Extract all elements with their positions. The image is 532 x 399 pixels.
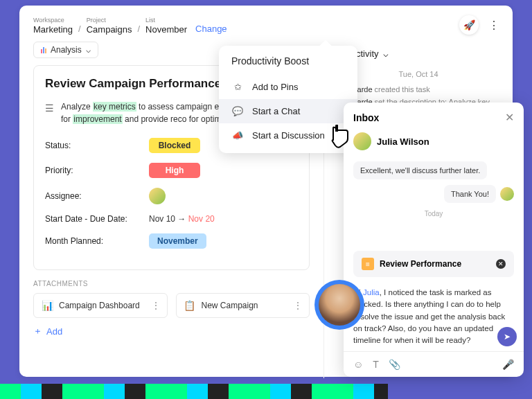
more-icon[interactable]: ⋮: [152, 301, 160, 310]
chevron-down-icon: ⌵: [383, 48, 389, 59]
chevron-down-icon: ⌵: [86, 45, 91, 55]
clipboard-icon: ≡: [362, 258, 374, 270]
assignee-avatar[interactable]: [149, 188, 166, 204]
breadcrumb-project[interactable]: Project Campaigns: [87, 17, 132, 35]
more-icon[interactable]: ⋮: [488, 19, 499, 32]
rocket-button[interactable]: 🚀: [459, 15, 479, 35]
chat-day-divider: Today: [353, 210, 514, 218]
mention: Julia: [363, 288, 380, 296]
analysis-dropdown[interactable]: Analysis ⌵: [33, 42, 98, 58]
month-field: Month Planned: November: [45, 233, 298, 249]
clipboard-icon: 📋: [184, 299, 196, 312]
bars-icon: [41, 47, 46, 53]
microphone-icon[interactable]: 🎤: [502, 359, 514, 370]
priority-badge[interactable]: High: [149, 163, 200, 178]
breadcrumb-workspace[interactable]: Workspace Marketing: [33, 17, 73, 35]
text-format-icon[interactable]: T: [373, 359, 379, 370]
attachment-item[interactable]: 📊 Campaign Dashboard ⋮: [33, 293, 168, 318]
chat-icon: 💬: [231, 106, 244, 116]
activity-date: Tue, Oct 14: [338, 70, 499, 78]
activity-filter[interactable]: All Activity ⌵: [338, 48, 499, 59]
add-to-pins-item[interactable]: ✩ Add to Pins: [219, 75, 357, 99]
plus-icon: ＋: [33, 325, 42, 337]
sender-avatar: [500, 187, 514, 201]
user-avatar: [353, 132, 371, 150]
start-chat-item[interactable]: 💬 Start a Chat: [219, 99, 357, 123]
chart-icon: 📊: [41, 299, 53, 312]
close-icon[interactable]: ✕: [505, 111, 514, 124]
floating-avatar[interactable]: [314, 280, 364, 330]
compose-toolbar: ☺ T 📎 🎤: [344, 351, 524, 377]
more-icon[interactable]: ⋮: [294, 301, 302, 310]
add-attachment-button[interactable]: ＋ Add: [33, 325, 310, 337]
activity-entry: d Lagarde created this task: [338, 85, 499, 94]
attachment-item[interactable]: 📋 New Campaign ⋮: [176, 293, 310, 318]
megaphone-icon: 📣: [231, 130, 244, 141]
inbox-user[interactable]: Julia Wilson: [344, 132, 524, 157]
pin-icon: ✩: [231, 82, 244, 92]
priority-field: Priority: High: [45, 163, 298, 178]
attachments-header: ATTACHMENTS: [33, 280, 310, 287]
breadcrumb-list[interactable]: List November: [145, 17, 187, 35]
incoming-message: Excellent, we'll discuss further later.: [353, 161, 487, 179]
inbox-panel: Inbox ✕ Julia Wilson Excellent, we'll di…: [344, 103, 524, 377]
inbox-title: Inbox: [353, 112, 379, 123]
status-badge[interactable]: Blocked: [149, 138, 200, 153]
dates-field: Start Date - Due Date: Nov 10 → Nov 20: [45, 214, 298, 224]
outgoing-message: Thank You!: [444, 185, 496, 203]
compose-text[interactable]: Hi Julia, I noticed the task is marked a…: [353, 287, 514, 346]
breadcrumb: Workspace Marketing / Project Campaigns …: [19, 6, 513, 42]
month-badge[interactable]: November: [149, 233, 206, 249]
emoji-icon[interactable]: ☺: [353, 359, 363, 370]
assignee-field: Assignee:: [45, 188, 298, 204]
pointer-cursor-icon: [329, 125, 351, 154]
change-link[interactable]: Change: [195, 24, 227, 35]
glitch-bar: [0, 384, 388, 399]
task-reference-chip[interactable]: ≡ Review Performance ✕: [353, 251, 514, 277]
description-icon: ☰: [45, 101, 54, 125]
send-button[interactable]: ➤: [497, 327, 517, 346]
remove-chip-icon[interactable]: ✕: [496, 259, 506, 269]
attachment-icon[interactable]: 📎: [389, 359, 400, 370]
chat-messages: Excellent, we'll discuss further later. …: [344, 157, 524, 351]
dropdown-title: Productivity Boost: [219, 55, 357, 75]
